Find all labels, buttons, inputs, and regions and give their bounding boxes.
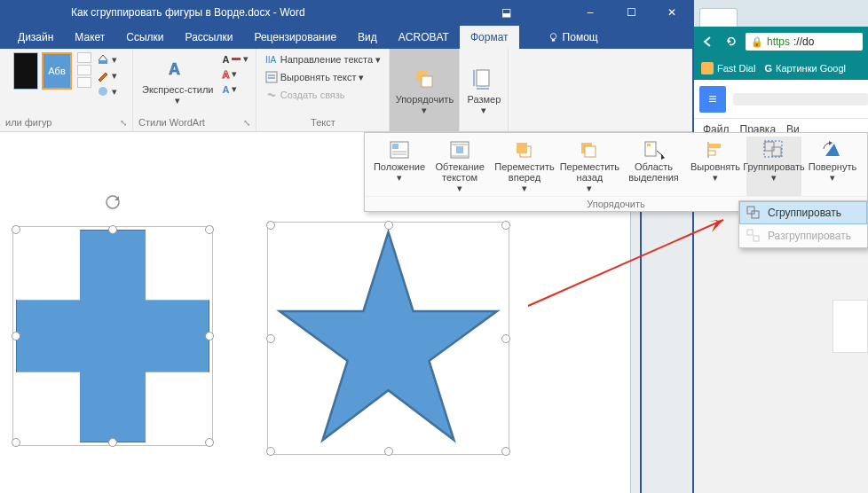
shape-style-1[interactable] bbox=[13, 52, 38, 90]
wrap-icon bbox=[449, 140, 470, 160]
lightbulb-icon bbox=[548, 32, 559, 43]
resize-handle-br[interactable] bbox=[205, 438, 214, 447]
browser-tab[interactable] bbox=[699, 8, 738, 27]
tab-mailings[interactable]: Рассылки bbox=[175, 26, 244, 49]
resize-handle-tm[interactable] bbox=[108, 225, 117, 234]
bring-forward-button[interactable]: Переместить вперед▾ bbox=[493, 137, 556, 196]
group-button[interactable]: Группировать▾ bbox=[746, 137, 801, 196]
send-backward-button[interactable]: Переместить назад▾ bbox=[560, 137, 619, 196]
google-icon: G bbox=[764, 63, 772, 74]
wordart-launcher[interactable]: ⤡ bbox=[243, 118, 250, 128]
align-button[interactable]: Выровнять▾ bbox=[688, 137, 743, 196]
resize-handle-mr[interactable] bbox=[205, 332, 214, 340]
text-outline-button[interactable]: A▾ bbox=[220, 67, 250, 81]
maximize-button[interactable]: ☐ bbox=[611, 0, 651, 25]
svg-rect-36 bbox=[764, 141, 782, 157]
link-icon bbox=[265, 89, 278, 101]
svg-rect-11 bbox=[477, 70, 489, 86]
shape-outline-button[interactable]: ▾ bbox=[95, 68, 119, 82]
shape-effects-button[interactable]: ▾ bbox=[95, 84, 119, 98]
browser-address-bar[interactable]: 🔒 https://do bbox=[746, 33, 863, 51]
rotate-button-icon bbox=[822, 140, 843, 160]
resize-handle-tr[interactable] bbox=[205, 225, 214, 234]
back-arrow-icon bbox=[702, 35, 714, 48]
bookmark-google-images[interactable]: GКартинки Googl bbox=[764, 63, 846, 74]
text-group-label: Текст bbox=[311, 117, 335, 129]
group-icon bbox=[763, 140, 785, 160]
resize-handle-br[interactable] bbox=[501, 447, 510, 456]
tab-view[interactable]: Вид bbox=[347, 26, 388, 49]
text-direction-button[interactable]: IIAНаправление текста▾ bbox=[264, 52, 383, 67]
bring-forward-icon bbox=[514, 140, 535, 160]
svg-text:A: A bbox=[169, 60, 180, 78]
selection-box bbox=[12, 226, 213, 446]
arrange-button[interactable]: Упорядочить▾ bbox=[390, 49, 459, 131]
position-button[interactable]: Положение▾ bbox=[372, 137, 427, 196]
wordart-styles-label: Стили WordArt bbox=[138, 117, 205, 128]
resize-handle-bl[interactable] bbox=[266, 447, 275, 456]
tell-me-help[interactable]: Помощ bbox=[537, 26, 609, 49]
resize-handle-tl[interactable] bbox=[12, 225, 20, 234]
bookmark-fast-dial[interactable]: Fast Dial bbox=[701, 62, 755, 74]
svg-marker-30 bbox=[661, 154, 665, 160]
create-link-button[interactable]: Создать связь bbox=[264, 88, 347, 102]
minimize-button[interactable]: – bbox=[570, 0, 611, 25]
svg-marker-37 bbox=[825, 144, 840, 156]
browser-tabstrip bbox=[694, 0, 868, 27]
browser-bookmarks-bar: Fast Dial GКартинки Googl bbox=[694, 57, 868, 80]
google-docs-icon[interactable]: ≡ bbox=[699, 86, 726, 113]
menu-item-ungroup: Разгруппировать bbox=[739, 224, 867, 247]
resize-handle-bm[interactable] bbox=[108, 438, 117, 447]
shape-style-gallery-more[interactable] bbox=[77, 52, 91, 88]
svg-rect-6 bbox=[266, 72, 277, 82]
align-text-icon bbox=[265, 71, 278, 83]
resize-handle-ml[interactable] bbox=[266, 334, 275, 343]
tab-acrobat[interactable]: ACROBAT bbox=[388, 26, 460, 49]
express-styles-button[interactable]: A Экспресс-стили▾ bbox=[138, 52, 217, 108]
selection-pane-button[interactable]: Область выделения bbox=[623, 137, 684, 196]
size-button[interactable]: Размер▾ bbox=[460, 49, 508, 131]
text-fill-button[interactable]: A▾ bbox=[220, 52, 250, 66]
selection-pane-icon bbox=[643, 140, 665, 160]
menu-item-group[interactable]: Сгруппировать bbox=[739, 201, 867, 224]
resize-handle-tm[interactable] bbox=[384, 221, 393, 230]
text-direction-icon: IIA bbox=[265, 53, 278, 66]
google-docs-header: ≡ bbox=[694, 80, 868, 119]
shape-fill-button[interactable]: ▾ bbox=[95, 52, 119, 67]
text-effects-button[interactable]: A▾ bbox=[220, 82, 250, 96]
tab-design[interactable]: Дизайн bbox=[7, 26, 64, 49]
tab-layout[interactable]: Макет bbox=[64, 26, 115, 49]
position-icon bbox=[389, 140, 410, 160]
tab-references[interactable]: Ссылки bbox=[115, 26, 174, 49]
resize-handle-tl[interactable] bbox=[266, 221, 275, 230]
tab-format[interactable]: Формат bbox=[460, 26, 519, 49]
rotate-button[interactable]: Повернуть▾ bbox=[805, 137, 860, 196]
resize-handle-mr[interactable] bbox=[501, 334, 510, 343]
shape-style-2-selected[interactable]: Абв bbox=[42, 52, 72, 90]
group-submenu: Сгруппировать Разгруппировать bbox=[738, 200, 868, 248]
resize-handle-tr[interactable] bbox=[501, 221, 510, 230]
document-title: Как сгруппировать фигуры в Ворде.docx - … bbox=[71, 6, 305, 19]
folder-icon bbox=[701, 62, 714, 74]
rotate-icon bbox=[105, 194, 121, 210]
svg-rect-2 bbox=[99, 60, 107, 64]
ribbon-display-options[interactable]: ⬓ bbox=[488, 6, 524, 19]
resize-handle-ml[interactable] bbox=[12, 332, 20, 340]
browser-back-button[interactable] bbox=[699, 33, 717, 51]
rotation-handle[interactable] bbox=[105, 194, 121, 210]
shape-styles-launcher[interactable]: ⤡ bbox=[120, 118, 127, 128]
align-text-button[interactable]: Выровнять текст▾ bbox=[264, 70, 367, 84]
resize-handle-bl[interactable] bbox=[12, 438, 20, 447]
svg-rect-41 bbox=[747, 230, 753, 235]
ribbon: Абв ▾ ▾ ▾ или фигур⤡ A Экспресс-стили▾ A… bbox=[0, 49, 692, 132]
resize-handle-bm[interactable] bbox=[384, 447, 393, 456]
google-docs-title[interactable] bbox=[733, 93, 868, 106]
text-wrap-button[interactable]: Обтекание текстом▾ bbox=[430, 137, 489, 196]
svg-rect-1 bbox=[551, 39, 554, 41]
close-button[interactable]: ✕ bbox=[651, 0, 692, 25]
browser-reload-button[interactable] bbox=[722, 33, 740, 51]
selection-box bbox=[267, 222, 509, 455]
tab-review[interactable]: Рецензирование bbox=[243, 26, 347, 49]
svg-rect-33 bbox=[708, 151, 715, 155]
lock-icon: 🔒 bbox=[751, 36, 763, 48]
